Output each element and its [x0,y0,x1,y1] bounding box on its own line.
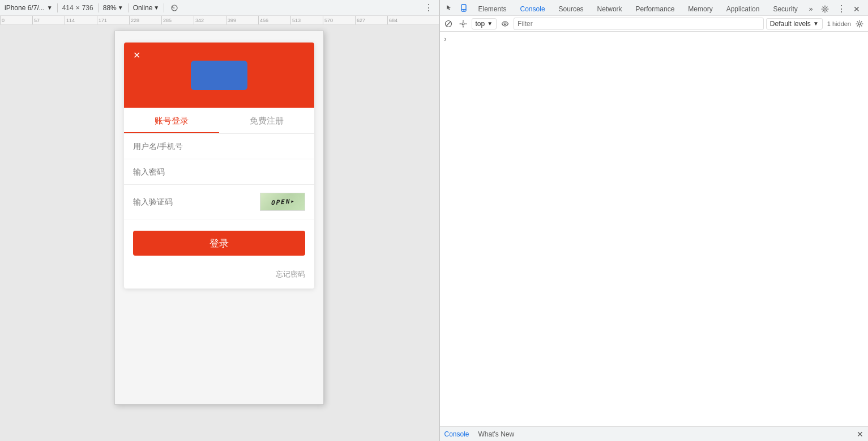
more-tabs-button[interactable]: » [806,2,816,16]
login-close-button[interactable]: ✕ [131,49,142,61]
svg-point-8 [504,23,506,25]
login-card: ✕ 账号登录 免费注册 [124,43,314,289]
password-field [124,159,314,185]
login-form: OPEN▸ [124,134,314,219]
device-frame: ✕ 账号登录 免费注册 [114,31,324,405]
login-button[interactable]: 登录 [133,231,305,256]
tab-performance[interactable]: Performance [629,2,682,17]
console-context-label: top [476,20,485,28]
hidden-count-badge: 1 hidden [827,20,851,27]
devtools-settings-button[interactable] [818,2,832,16]
width-value: 414 [62,4,74,12]
tab-application[interactable]: Application [720,2,767,17]
ruler-tick-2: 114 [65,16,97,25]
device-dropdown-icon: ▼ [47,5,53,11]
bottom-close-button[interactable]: ✕ [857,430,863,439]
toolbar-separator-2 [98,3,99,12]
zoom-dropdown-icon: ▼ [118,5,123,11]
devtools-panel: Elements Console Sources Network Perform… [439,0,869,441]
ruler-tick-1: 57 [32,16,65,25]
clear-console-button[interactable] [442,18,455,30]
tab-console[interactable]: Console [514,2,552,17]
ruler-tick-9: 513 [290,16,323,25]
toolbar-right: ⋮ [423,2,434,14]
context-dropdown-icon: ▼ [487,20,493,27]
online-selector[interactable]: Online ▼ [133,4,160,12]
tab-login[interactable]: 账号登录 [124,108,219,133]
devtools-close-button[interactable]: ✕ [850,2,863,16]
svg-line-6 [446,22,451,26]
ruler-tick-0: 0 [0,16,32,25]
bottom-tab-whats-new[interactable]: What's New [478,428,515,440]
browser-left-panel: iPhone 6/7/... ▼ 414 × 736 88% ▼ Online … [0,0,439,441]
device-selector[interactable]: iPhone 6/7/... ▼ [5,4,53,12]
bottom-tab-console[interactable]: Console [444,428,469,440]
ruler-tick-10: 570 [323,16,355,25]
eye-icon[interactable] [499,18,511,30]
tab-elements[interactable]: Elements [472,2,514,17]
login-tabs: 账号登录 免费注册 [124,108,314,134]
device-emulation-button[interactable] [457,1,471,15]
console-content: › [440,32,869,426]
toolbar-separator-1 [57,3,58,12]
app-content: ✕ 账号登录 免费注册 [115,31,323,404]
console-expand-arrow[interactable]: › [444,35,447,43]
devtools-bottombar: Console What's New ✕ [440,426,869,441]
more-options-button[interactable]: ⋮ [423,2,434,14]
inspect-element-button[interactable] [442,1,456,15]
browser-toolbar: iPhone 6/7/... ▼ 414 × 736 88% ▼ Online … [0,0,439,16]
console-settings-button[interactable] [457,18,469,30]
zoom-value: 88% [103,4,117,12]
tab-register[interactable]: 免费注册 [219,108,314,133]
ruler-tick-6: 342 [194,16,226,25]
svg-point-4 [824,8,826,10]
console-gear-button[interactable] [853,18,866,30]
dimension-display: 414 × 736 [62,4,93,12]
ruler-row: 0 57 114 171 228 285 342 399 456 513 570… [0,16,439,25]
ruler-tick-11: 627 [355,16,387,25]
devtools-more-options[interactable]: ⋮ [834,2,848,16]
captcha-image[interactable]: OPEN▸ [260,193,305,211]
svg-point-9 [858,23,861,25]
height-value: 736 [82,4,93,12]
tab-network[interactable]: Network [591,2,629,17]
logo-image [191,61,247,90]
ruler-tick-7: 399 [226,16,258,25]
online-label: Online [133,4,153,12]
username-field [124,134,314,159]
svg-point-7 [462,23,464,25]
svg-rect-2 [463,10,464,10]
toolbar-separator-4 [164,3,164,12]
levels-dropdown-icon: ▼ [813,20,819,27]
captcha-field: OPEN▸ [124,185,314,219]
console-levels-selector[interactable]: Default levels ▼ [766,18,823,29]
device-frame-area: ✕ 账号登录 免费注册 [0,25,439,441]
console-toolbar: top ▼ Default levels ▼ 1 hidden [440,16,869,32]
ruler-tick-3: 171 [97,16,129,25]
rotate-icon[interactable] [169,2,180,14]
tab-security[interactable]: Security [766,2,804,17]
ruler-tick-5: 285 [161,16,194,25]
captcha-text-display: OPEN▸ [270,197,295,207]
password-input[interactable] [133,167,305,176]
console-context-selector[interactable]: top ▼ [472,18,497,29]
captcha-input[interactable] [133,197,255,206]
ruler-tick-8: 456 [258,16,290,25]
tab-sources[interactable]: Sources [552,2,591,17]
devtools-topbar: Elements Console Sources Network Perform… [440,0,869,16]
online-dropdown-icon: ▼ [153,5,159,11]
levels-label: Default levels [770,20,811,28]
toolbar-separator-3 [128,3,129,12]
ruler-tick-12: 684 [387,16,420,25]
username-input[interactable] [133,142,305,151]
login-btn-area: 登录 [124,219,314,267]
dimension-x: × [76,4,80,12]
tab-memory[interactable]: Memory [681,2,719,17]
forgot-password-link[interactable]: 忘记密码 [124,267,314,289]
zoom-selector[interactable]: 88% ▼ [103,4,123,12]
device-label: iPhone 6/7/... [5,4,45,12]
ruler-tick-4: 228 [129,16,161,25]
console-filter-input[interactable] [514,18,764,30]
login-header: ✕ [124,43,314,108]
